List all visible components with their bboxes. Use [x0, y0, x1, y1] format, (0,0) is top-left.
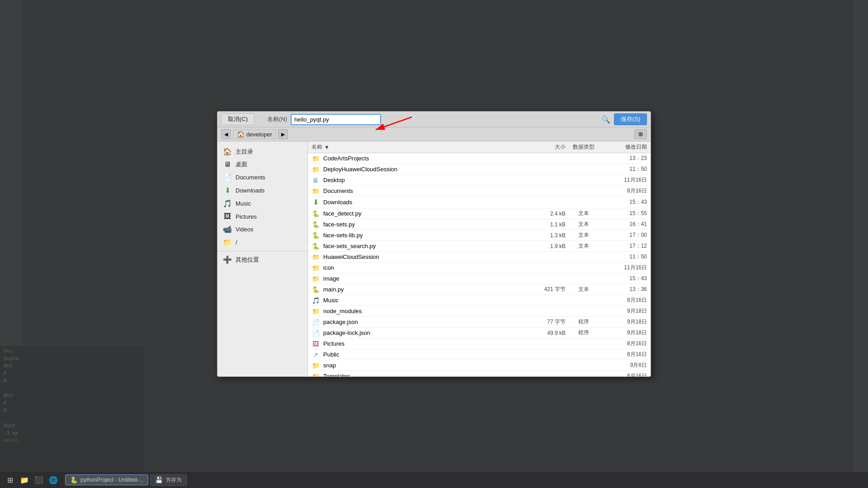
- sidebar-item-desktop[interactable]: 🖥 桌面: [217, 158, 307, 171]
- file-name-cell: 🐍 face-sets-lib.py: [311, 232, 529, 239]
- file-date: 17：00: [602, 231, 647, 239]
- sidebar-label-root: /: [236, 239, 237, 246]
- file-name-cell: 📁 HuaweiCloudSession: [311, 253, 529, 261]
- sidebar-item-home[interactable]: 🏠 主目录: [217, 145, 307, 158]
- filename-input[interactable]: [291, 114, 381, 125]
- taskbar-browser-icon[interactable]: 🌐: [47, 474, 60, 486]
- list-item[interactable]: 📄 package-lock.json 49.9 kB 程序 9月18日: [308, 328, 651, 338]
- nav-forward-button[interactable]: ▶: [278, 129, 288, 139]
- list-item[interactable]: ⬇ Downloads 15：43: [308, 197, 651, 208]
- sidebar-label-home: 主目录: [236, 148, 253, 156]
- file-date: 11：50: [602, 253, 647, 261]
- file-type-icon: 📁: [311, 308, 320, 315]
- sidebar-item-other[interactable]: ➕ 其他位置: [217, 253, 307, 266]
- taskbar-files-icon[interactable]: 📁: [18, 474, 31, 486]
- list-item[interactable]: 🐍 face-sets-lib.py 1.3 kB 文本 17：00: [308, 230, 651, 241]
- file-type-icon: 🎵: [311, 297, 320, 304]
- file-name-text: Music: [323, 297, 339, 304]
- file-date: 11月16日: [602, 176, 647, 184]
- file-type: 程序: [566, 318, 602, 326]
- file-date: 11：50: [602, 165, 647, 173]
- file-rows-container: 📁 CodeArtsProjects 13：23 📁 DeployHuaweiC…: [308, 153, 651, 376]
- col-header-date[interactable]: 修改日期: [602, 143, 647, 151]
- root-icon: 📁: [223, 238, 232, 247]
- taskbar-app-group: ⊞ 📁 ⬛ 🌐: [4, 474, 60, 486]
- file-size: 1.1 kB: [529, 221, 566, 228]
- file-name-text: Documents: [323, 188, 353, 194]
- view-toggle-button[interactable]: ⊞: [634, 129, 647, 139]
- list-item[interactable]: 🖥 Desktop 11月16日: [308, 175, 651, 186]
- file-type-icon: 🐍: [311, 221, 320, 228]
- file-name-cell: 📁 CodeArtsProjects: [311, 155, 529, 162]
- file-name-cell: 📁 Documents: [311, 188, 529, 195]
- col-header-type[interactable]: 数据类型: [566, 143, 602, 151]
- col-header-size[interactable]: 大小: [529, 143, 566, 151]
- file-name-cell: 🖼 Pictures: [311, 340, 529, 347]
- file-type-icon: 📁: [311, 275, 320, 282]
- sidebar-item-documents[interactable]: 📄 Documents: [217, 171, 307, 184]
- list-item[interactable]: 📁 Templates 8月16日: [308, 371, 651, 376]
- taskbar-python-project[interactable]: 🐍 pythonProject - Untitled-...: [65, 474, 148, 485]
- taskbar-terminal-icon[interactable]: ⬛: [33, 474, 45, 486]
- file-name-text: HuaweiCloudSession: [323, 253, 379, 260]
- file-size: 421 字节: [529, 286, 566, 293]
- list-item[interactable]: 🖼 Pictures 8月16日: [308, 338, 651, 349]
- file-type-icon: 📁: [311, 253, 320, 261]
- file-type: 文本: [566, 221, 602, 228]
- list-item[interactable]: 📁 DeployHuaweiCloudSession 11：50: [308, 164, 651, 175]
- file-type: 文本: [566, 242, 602, 250]
- sidebar-label-pictures: Pictures: [236, 213, 257, 220]
- file-type-icon: ↗: [311, 351, 320, 358]
- sidebar-item-music[interactable]: 🎵 Music: [217, 197, 307, 210]
- sidebar-item-videos[interactable]: 📹 Videos: [217, 223, 307, 236]
- list-item[interactable]: 📄 package.json 77 字节 程序 9月18日: [308, 317, 651, 328]
- file-name-cell: 🐍 face_detect.py: [311, 210, 529, 217]
- filelist-header: 名称 ▼ 大小 数据类型 修改日期: [308, 141, 651, 153]
- file-name-cell: 📁 snap: [311, 362, 529, 369]
- save-icon: 💾: [155, 476, 163, 483]
- file-date: 9月8日: [602, 361, 647, 369]
- location-label: developer: [246, 131, 272, 138]
- list-item[interactable]: 📁 node_modules 9月18日: [308, 306, 651, 317]
- taskbar-all-apps-icon[interactable]: ⊞: [4, 474, 16, 486]
- videos-icon: 📹: [223, 225, 232, 234]
- downloads-icon: ⬇: [223, 186, 232, 195]
- list-item[interactable]: 📁 CodeArtsProjects 13：23: [308, 153, 651, 164]
- sidebar-item-root[interactable]: 📁 /: [217, 236, 307, 249]
- sort-icon: ▼: [324, 144, 330, 150]
- list-item[interactable]: 📁 Documents 8月16日: [308, 186, 651, 197]
- list-item[interactable]: ↗ Public 8月16日: [308, 349, 651, 360]
- list-item[interactable]: 📁 HuaweiCloudSession 11：50: [308, 252, 651, 263]
- file-date: 15：55: [602, 210, 647, 217]
- list-item[interactable]: 🐍 face_detect.py 2.4 kB 文本 15：55: [308, 208, 651, 219]
- file-name-cell: ↗ Public: [311, 351, 529, 358]
- filename-label: 名称(N): [267, 115, 287, 123]
- list-item[interactable]: 📁 icon 11月16日: [308, 263, 651, 273]
- file-name-text: package-lock.json: [323, 329, 370, 336]
- nav-back-button[interactable]: ◀: [221, 129, 231, 139]
- file-name-cell: 📁 image: [311, 275, 529, 282]
- search-button[interactable]: 🔍: [601, 115, 610, 124]
- list-item[interactable]: 🐍 face-sets.py 1.1 kB 文本 16：41: [308, 219, 651, 230]
- file-type-icon: 📄: [311, 329, 320, 337]
- file-type-icon: ⬇: [311, 198, 320, 206]
- dialog-filelist: 名称 ▼ 大小 数据类型 修改日期 📁 CodeArtsProjects 13：…: [308, 141, 651, 376]
- taskbar-save-as[interactable]: 💾 另存为: [150, 474, 187, 486]
- sidebar-item-downloads[interactable]: ⬇ Downloads: [217, 184, 307, 197]
- cancel-button[interactable]: 取消(C): [221, 113, 255, 125]
- list-item[interactable]: 📁 snap 9月8日: [308, 360, 651, 371]
- file-name-text: snap: [323, 362, 336, 369]
- file-name-cell: 📁 node_modules: [311, 308, 529, 315]
- dialog-overlay: 取消(C) 名称(N) 🔍 保存(S) ◀ 🏠 developer: [0, 0, 868, 488]
- file-size: 2.4 kB: [529, 211, 566, 217]
- sidebar-item-pictures[interactable]: 🖼 Pictures: [217, 210, 307, 223]
- file-name-cell: 🎵 Music: [311, 297, 529, 304]
- list-item[interactable]: 🎵 Music 8月16日: [308, 295, 651, 306]
- dialog-topbar: 取消(C) 名称(N) 🔍 保存(S): [217, 112, 651, 127]
- file-name-cell: 🐍 face-sets_search.py: [311, 243, 529, 250]
- save-button[interactable]: 保存(S): [614, 113, 647, 125]
- list-item[interactable]: 🐍 face-sets_search.py 1.9 kB 文本 17：12: [308, 241, 651, 252]
- list-item[interactable]: 📁 image 15：43: [308, 273, 651, 284]
- list-item[interactable]: 🐍 main.py 421 字节 文本 13：36: [308, 284, 651, 295]
- col-header-name[interactable]: 名称 ▼: [311, 143, 529, 151]
